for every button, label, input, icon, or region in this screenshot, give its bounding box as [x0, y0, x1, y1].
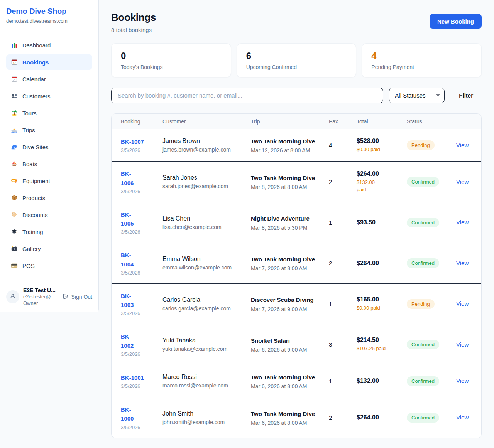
status-badge: Pending [407, 299, 435, 309]
status-badge: Confirmed [407, 218, 439, 227]
camera-icon [11, 245, 18, 252]
filter-button[interactable]: Filter [450, 92, 482, 99]
status-badge: Confirmed [407, 177, 439, 187]
customer-name: Sarah Jones [162, 174, 242, 181]
view-link[interactable]: View [456, 179, 469, 185]
island-icon [11, 109, 18, 116]
customer-email: yuki.tanaka@example.com [162, 346, 242, 352]
sidebar-item-bookings[interactable]: 17Bookings [6, 54, 92, 70]
total-amount: $264.00 [357, 170, 398, 177]
sidebar-item-products[interactable]: Products [6, 190, 92, 205]
column-header-trip: Trip [251, 118, 320, 125]
app-layout: Demo Dive Shop demo.test.divestreams.com… [0, 0, 494, 438]
shop-name: Demo Dive Shop [6, 7, 92, 16]
customer-name: James Brown [162, 138, 242, 145]
graduation-cap-icon [11, 228, 18, 235]
view-link[interactable]: View [456, 377, 469, 384]
booking-number-link[interactable]: BK-1007 [121, 137, 144, 146]
trip-name: Snorkel Safari [251, 336, 320, 345]
booking-number-link[interactable]: BK-1005 [121, 210, 134, 228]
view-link[interactable]: View [456, 142, 469, 148]
trip-datetime: Mar 6, 2026 at 8:00 AM [251, 420, 320, 426]
sidebar-item-tours[interactable]: Tours [6, 105, 92, 121]
tag-icon [11, 211, 18, 218]
user-info: E2E Test U... e2e-tester@... Owner [23, 287, 59, 307]
sidebar-item-training[interactable]: Training [6, 224, 92, 239]
booking-date: 3/5/2026 [121, 310, 153, 316]
logout-icon [63, 293, 69, 301]
svg-text:17: 17 [13, 62, 16, 64]
shop-domain: demo.test.divestreams.com [6, 18, 92, 24]
total-amount: $93.50 [357, 219, 398, 226]
sidebar-item-pos[interactable]: POS [6, 258, 92, 273]
view-link[interactable]: View [456, 300, 469, 307]
view-link[interactable]: View [456, 341, 469, 348]
status-badge: Confirmed [407, 376, 439, 386]
customer-name: Marco Rossi [162, 374, 242, 381]
sidebar-item-label: Products [22, 195, 45, 201]
view-link[interactable]: View [456, 414, 469, 421]
booking-date: 3/5/2026 [121, 424, 153, 430]
column-header-status: Status [407, 118, 447, 125]
trip-name: Two Tank Morning Dive [251, 409, 320, 418]
booking-number-link[interactable]: BK-1003 [121, 291, 134, 310]
sidebar-item-dive-sites[interactable]: Dive Sites [6, 139, 92, 155]
view-link[interactable]: View [456, 260, 469, 266]
status-filter-wrap: All Statuses [389, 88, 445, 103]
pax-count: 1 [329, 378, 347, 384]
pax-count: 1 [329, 301, 347, 307]
stat-label: Upcoming Confirmed [246, 64, 347, 70]
sidebar-item-label: Gallery [22, 246, 41, 252]
sidebar-item-discounts[interactable]: Discounts [6, 207, 92, 222]
sidebar-item-label: Equipment [22, 178, 50, 184]
main-content: Bookings 8 total bookings New Booking 0T… [99, 0, 494, 438]
column-header-booking: Booking [121, 118, 153, 125]
search-input[interactable] [111, 88, 383, 103]
sidebar-item-equipment[interactable]: Equipment [6, 173, 92, 189]
booking-number-link[interactable]: BK-1002 [121, 332, 134, 350]
stat-card: 0Today's Bookings [111, 43, 231, 77]
status-badge: Confirmed [407, 340, 439, 349]
table-body: BK-1007 3/5/2026 James Brown james.brown… [112, 129, 481, 438]
sidebar-item-customers[interactable]: Customers [6, 88, 92, 104]
trip-datetime: Mar 6, 2026 at 8:00 AM [251, 383, 320, 389]
dive-mask-icon [11, 177, 18, 184]
trip-datetime: Mar 12, 2026 at 8:00 AM [251, 147, 320, 153]
total-amount: $132.00 [357, 377, 398, 384]
status-filter-select[interactable]: All Statuses [389, 88, 445, 103]
pax-count: 2 [329, 260, 347, 266]
customer-email: emma.wilson@example.com [162, 264, 242, 271]
credit-card-icon [11, 262, 18, 269]
sidebar-item-label: Customers [22, 93, 51, 99]
sidebar: Demo Dive Shop demo.test.divestreams.com… [0, 0, 99, 312]
booking-number-link[interactable]: BK-1004 [121, 251, 134, 269]
view-link[interactable]: View [456, 219, 469, 226]
customer-email: john.smith@example.com [162, 419, 242, 425]
sidebar-item-dashboard[interactable]: Dashboard [6, 37, 92, 53]
sidebar-item-label: Tours [22, 110, 37, 116]
new-booking-button[interactable]: New Booking [430, 14, 482, 29]
status-badge: Confirmed [407, 258, 439, 268]
booking-date: 3/5/2026 [121, 229, 153, 235]
table-row: BK-1007 3/5/2026 James Brown james.brown… [112, 129, 481, 162]
sidebar-item-gallery[interactable]: Gallery [6, 241, 92, 256]
booking-number-link[interactable]: BK-1001 [121, 373, 144, 382]
column-header-total: Total [357, 118, 398, 125]
user-name: E2E Test U... [23, 287, 59, 294]
trip-name: Two Tank Morning Dive [251, 173, 320, 182]
sign-out-button[interactable]: Sign Out [63, 293, 92, 301]
avatar [6, 290, 19, 303]
trip-datetime: Mar 6, 2026 at 9:00 AM [251, 347, 320, 353]
booking-number-link[interactable]: BK-1000 [121, 405, 134, 423]
trip-datetime: Mar 8, 2026 at 5:30 PM [251, 225, 320, 231]
paid-amount: $132.00paid [357, 179, 398, 193]
booking-number-link[interactable]: BK-1006 [121, 169, 134, 187]
sidebar-item-label: POS [22, 263, 35, 269]
sidebar-item-trips[interactable]: Trips [6, 122, 92, 138]
sidebar-item-calendar[interactable]: Calendar [6, 71, 92, 87]
stat-card: 4Pending Payment [362, 43, 482, 77]
sidebar-item-boats[interactable]: Boats [6, 156, 92, 172]
user-role: Owner [23, 300, 59, 307]
sidebar-footer: E2E Test U... e2e-tester@... Owner Sign … [0, 281, 98, 312]
customer-name: Carlos Garcia [162, 296, 242, 303]
